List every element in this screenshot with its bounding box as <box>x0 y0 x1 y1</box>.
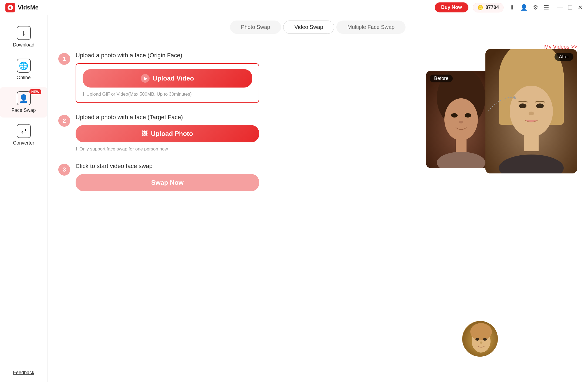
preview-panel: Before <box>426 49 577 374</box>
svg-point-21 <box>483 338 487 341</box>
app-logo-dot <box>9 6 11 9</box>
after-label: After <box>555 53 573 61</box>
connector-arc <box>485 92 518 114</box>
tab-video-swap[interactable]: Video Swap <box>283 21 334 34</box>
step-1-title: Upload a photo with a face (Origin Face) <box>76 52 415 59</box>
sidebar-item-faceswap[interactable]: NEW 👤 Face Swap <box>0 87 47 118</box>
swap-now-button[interactable]: Swap Now <box>76 174 259 191</box>
step-2-number: 2 <box>58 115 70 127</box>
step-2-title: Upload a photo with a face (Target Face) <box>76 114 415 121</box>
sidebar-item-download[interactable]: ↓ Download <box>0 22 47 52</box>
steps-panel: 1 Upload a photo with a face (Origin Fac… <box>58 46 415 374</box>
target-face-circle <box>461 320 499 358</box>
sidebar-item-label-online: Online <box>16 75 31 81</box>
window-controls: — ☐ ✕ <box>557 4 583 11</box>
svg-point-20 <box>475 338 479 341</box>
feedback-link[interactable]: Feedback <box>13 370 34 375</box>
converter-icon-box: ⇄ <box>17 124 31 138</box>
faceswap-icon-box: 👤 <box>17 91 31 105</box>
tab-photo-swap[interactable]: Photo Swap <box>230 21 281 34</box>
settings-icon[interactable]: ⚙ <box>533 4 538 11</box>
title-bar-left: VidsMe <box>5 3 39 12</box>
coins-icon: 🪙 <box>477 5 483 11</box>
title-bar-right: Buy Now 🪙 87704 ⏸ 👤 ⚙ ☰ — ☐ ✕ <box>435 2 583 12</box>
svg-point-2 <box>444 98 478 140</box>
online-icon-box: 🌐 <box>17 59 31 73</box>
upload-video-hint: ℹ Upload GIF or Video(Max 500MB, Up to 3… <box>83 91 252 97</box>
main-layout: ↓ Download 🌐 Online NEW 👤 Face Swap ⇄ Co… <box>0 15 588 382</box>
close-button[interactable]: ✕ <box>578 4 583 11</box>
app-name: VidsMe <box>18 4 39 11</box>
maximize-button[interactable]: ☐ <box>567 4 573 11</box>
online-icon: 🌐 <box>19 61 28 70</box>
svg-point-4 <box>465 113 471 118</box>
pause-icon[interactable]: ⏸ <box>509 4 515 11</box>
svg-rect-15 <box>524 135 539 151</box>
upload-video-button[interactable]: ▶ Upload Video <box>83 69 252 88</box>
user-icon[interactable]: 👤 <box>520 4 528 11</box>
sidebar-bottom: Feedback <box>13 370 34 382</box>
target-face-image <box>462 321 499 358</box>
content-area: My Videos >> 1 Upload a photo with a fac… <box>48 38 588 382</box>
step-3-content: Click to start video face swap Swap Now <box>76 163 415 191</box>
upload-video-box: ▶ Upload Video ℹ Upload GIF or Video(Max… <box>76 63 259 103</box>
step-3-row: 3 Click to start video face swap Swap No… <box>58 163 415 191</box>
sidebar-item-converter[interactable]: ⇄ Converter <box>0 120 47 150</box>
coins-count: 87704 <box>485 5 499 10</box>
step-3-number: 3 <box>58 164 70 176</box>
new-badge: NEW <box>29 89 41 94</box>
minimize-button[interactable]: — <box>557 4 563 11</box>
menu-icon[interactable]: ☰ <box>544 4 549 11</box>
step-2-row: 2 Upload a photo with a face (Target Fac… <box>58 114 415 152</box>
faceswap-icon: 👤 <box>19 94 28 103</box>
image-icon: 🖼 <box>142 130 148 137</box>
svg-point-12 <box>519 103 526 108</box>
converter-icon: ⇄ <box>21 127 26 135</box>
svg-point-5 <box>459 121 463 123</box>
content: Photo Swap Video Swap Multiple Face Swap… <box>48 15 588 382</box>
buy-now-button[interactable]: Buy Now <box>435 2 468 12</box>
before-label: Before <box>430 75 453 82</box>
info-icon: ℹ <box>83 91 84 97</box>
upload-photo-hint: ℹ Only support face swap for one person … <box>76 146 415 152</box>
step-2-content: Upload a photo with a face (Target Face)… <box>76 114 415 152</box>
tab-multiple-face-swap[interactable]: Multiple Face Swap <box>336 21 406 34</box>
sidebar: ↓ Download 🌐 Online NEW 👤 Face Swap ⇄ Co… <box>0 15 48 382</box>
title-bar: VidsMe Buy Now 🪙 87704 ⏸ 👤 ⚙ ☰ — ☐ ✕ <box>0 0 588 15</box>
svg-point-14 <box>529 112 534 115</box>
svg-rect-6 <box>456 138 467 152</box>
upload-photo-button[interactable]: 🖼 Upload Photo <box>76 125 259 142</box>
sidebar-item-label-converter: Converter <box>13 140 34 146</box>
svg-point-13 <box>536 103 544 108</box>
svg-point-19 <box>470 323 492 340</box>
download-icon-box: ↓ <box>17 26 31 40</box>
play-icon: ▶ <box>141 74 150 83</box>
play-triangle: ▶ <box>144 76 147 81</box>
svg-point-22 <box>480 341 482 344</box>
app-logo-inner <box>8 5 13 10</box>
sidebar-item-label-download: Download <box>13 42 34 48</box>
step-1-content: Upload a photo with a face (Origin Face)… <box>76 52 415 103</box>
download-icon: ↓ <box>22 29 26 37</box>
svg-point-3 <box>451 113 458 118</box>
step-1-number: 1 <box>58 53 70 65</box>
step-1-row: 1 Upload a photo with a face (Origin Fac… <box>58 52 415 103</box>
info-icon-2: ℹ <box>76 146 77 152</box>
tab-bar: Photo Swap Video Swap Multiple Face Swap <box>48 15 588 38</box>
step-3-title: Click to start video face swap <box>76 163 415 170</box>
coins-badge: 🪙 87704 <box>473 3 503 12</box>
app-logo <box>5 3 15 12</box>
sidebar-item-online[interactable]: 🌐 Online <box>0 54 47 85</box>
sidebar-item-label-faceswap: Face Swap <box>11 108 36 113</box>
